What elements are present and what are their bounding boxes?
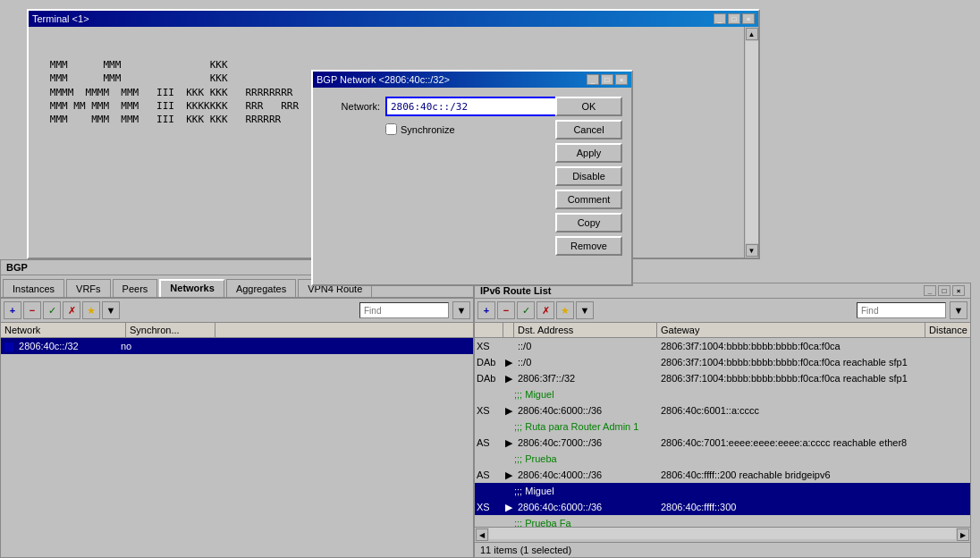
network-input[interactable] bbox=[385, 97, 564, 116]
remove-button[interactable]: Remove bbox=[555, 236, 622, 256]
ipv6-filter-button[interactable]: ▼ bbox=[576, 301, 594, 319]
ipv6-x-button[interactable]: ✗ bbox=[536, 301, 554, 319]
scroll-down-arrow[interactable]: ▼ bbox=[746, 244, 758, 257]
bgp-table-header: Network Synchron... bbox=[1, 323, 473, 338]
ipv6-table-body: XS ::/0 2806:3f7:1004:bbbb:bbbb:bbbb:f0c… bbox=[475, 338, 970, 527]
dialog-title: BGP Network <2806:40c::/32> bbox=[317, 74, 450, 85]
comment-button[interactable]: Comment bbox=[555, 190, 622, 209]
terminal-titlebar-buttons: _ □ × bbox=[714, 13, 755, 24]
filter-button[interactable]: ▼ bbox=[102, 301, 120, 319]
hscroll-track bbox=[489, 528, 956, 539]
ipv6-status-bar: 11 items (1 selected) bbox=[475, 542, 970, 557]
find-input[interactable] bbox=[359, 302, 449, 318]
find-dropdown[interactable]: ▼ bbox=[452, 301, 470, 319]
minimize-button[interactable]: _ bbox=[714, 13, 726, 24]
tab-vrfs[interactable]: VRFs bbox=[66, 279, 111, 297]
ipv6-table-header-fixed: Dst. Address Gateway Distance bbox=[475, 323, 970, 338]
ipv6-row[interactable]: XS ▶ 2806:40c:6000::/36 2806:40c:6001::a… bbox=[475, 402, 970, 418]
svg-rect-0 bbox=[4, 342, 13, 351]
header-gateway-col: Gateway bbox=[657, 323, 925, 337]
ipv6-check-button[interactable]: ✓ bbox=[517, 301, 535, 319]
ipv6-row[interactable]: AS ▶ 2806:40c:4000::/36 2806:40c:ffff::2… bbox=[475, 467, 970, 483]
header-synchron: Synchron... bbox=[126, 323, 215, 337]
disable-button[interactable]: Disable bbox=[555, 166, 622, 186]
bgp-table-body: 2806:40c::/32 no bbox=[1, 338, 473, 537]
copy-button[interactable]: Copy bbox=[555, 213, 622, 232]
bgp-network-dialog: BGP Network <2806:40c::/32> _ □ × Networ… bbox=[311, 70, 633, 286]
network-cell: 2806:40c::/32 bbox=[1, 340, 117, 352]
ipv6-row[interactable]: DAb ▶ 2806:3f7::/32 2806:3f7:1004:bbbb:b… bbox=[475, 370, 970, 386]
tab-peers[interactable]: Peers bbox=[113, 279, 158, 297]
ipv6-add-button[interactable]: + bbox=[477, 301, 495, 319]
ipv6-find-input[interactable] bbox=[857, 302, 946, 318]
scroll-right-arrow[interactable]: ▶ bbox=[957, 528, 969, 541]
tab-networks[interactable]: Networks bbox=[159, 279, 224, 297]
ipv6-close[interactable]: × bbox=[952, 285, 965, 296]
ipv6-row[interactable]: DAb ▶ ::/0 2806:3f7:1004:bbbb:bbbb:bbbb:… bbox=[475, 354, 970, 370]
dialog-body: Network: Synchronize OK Cancel Apply Dis… bbox=[313, 88, 631, 284]
ipv6-remove-button[interactable]: − bbox=[497, 301, 515, 319]
table-row[interactable]: 2806:40c::/32 no bbox=[1, 338, 473, 354]
ipv6-row[interactable]: AS ▶ 2806:40c:7000::/36 2806:40c:7001:ee… bbox=[475, 435, 970, 451]
ipv6-row[interactable]: XS ::/0 2806:3f7:1004:bbbb:bbbb:bbbb:f0c… bbox=[475, 338, 970, 354]
maximize-button[interactable]: □ bbox=[728, 13, 740, 24]
dialog-minimize-button[interactable]: _ bbox=[587, 74, 599, 85]
check-button[interactable]: ✓ bbox=[43, 301, 61, 319]
bgp-toolbar: + − ✓ ✗ ★ ▼ ▼ bbox=[1, 299, 473, 323]
ok-button[interactable]: OK bbox=[555, 97, 622, 116]
terminal-title: Terminal <1> bbox=[32, 13, 89, 24]
header-arrow bbox=[503, 323, 514, 337]
ipv6-maximize[interactable]: □ bbox=[938, 285, 950, 296]
header-type bbox=[475, 323, 503, 337]
star-button[interactable]: ★ bbox=[82, 301, 100, 319]
dialog-maximize-button[interactable]: □ bbox=[601, 74, 613, 85]
ipv6-status-text: 11 items (1 selected) bbox=[480, 545, 571, 555]
ipv6-find-dropdown[interactable]: ▼ bbox=[950, 301, 967, 319]
bgp-panel: BGP Instances VRFs Peers Networks Aggreg… bbox=[0, 259, 474, 558]
x-button[interactable]: ✗ bbox=[63, 301, 80, 319]
ipv6-comment-row: ;;; Prueba bbox=[475, 451, 970, 467]
network-label: Network: bbox=[322, 101, 380, 112]
remove-button[interactable]: − bbox=[23, 301, 41, 319]
synchronize-checkbox[interactable] bbox=[385, 123, 397, 135]
sync-cell: no bbox=[117, 340, 189, 352]
scroll-track bbox=[746, 41, 758, 243]
header-dst-address: Dst. Address bbox=[514, 323, 657, 337]
dialog-titlebar-buttons: _ □ × bbox=[587, 74, 628, 85]
synchronize-label: Synchronize bbox=[401, 124, 455, 135]
scroll-left-arrow[interactable]: ◀ bbox=[476, 528, 488, 541]
scroll-up-arrow[interactable]: ▲ bbox=[746, 28, 758, 40]
ipv6-comment-row-selected: ;;; Miguel bbox=[475, 483, 970, 499]
apply-button[interactable]: Apply bbox=[555, 143, 622, 163]
ipv6-comment-row: ;;; Miguel bbox=[475, 386, 970, 402]
ipv6-toolbar: + − ✓ ✗ ★ ▼ ▼ bbox=[475, 299, 970, 323]
dialog-close-button[interactable]: × bbox=[615, 74, 628, 85]
tab-instances[interactable]: Instances bbox=[3, 279, 64, 297]
header-distance-col: Distance bbox=[925, 323, 970, 337]
terminal-scrollbar: ▲ ▼ bbox=[744, 27, 758, 258]
ipv6-hscrollbar: ◀ ▶ bbox=[475, 527, 970, 539]
ipv6-comment-row: ;;; Prueba Fa bbox=[475, 515, 970, 527]
cancel-button[interactable]: Cancel bbox=[555, 120, 622, 140]
network-icon bbox=[4, 342, 13, 351]
ipv6-star-button[interactable]: ★ bbox=[556, 301, 574, 319]
dialog-titlebar: BGP Network <2806:40c::/32> _ □ × bbox=[313, 72, 631, 88]
ipv6-title: IPv6 Route List bbox=[480, 285, 551, 296]
add-button[interactable]: + bbox=[4, 301, 21, 319]
ipv6-minimize[interactable]: _ bbox=[924, 285, 936, 296]
ipv6-row-selected[interactable]: XS ▶ 2806:40c:6000::/36 2806:40c:ffff::3… bbox=[475, 499, 970, 515]
close-button[interactable]: × bbox=[742, 13, 755, 24]
ipv6-titlebar-buttons: _ □ × bbox=[924, 285, 965, 296]
ipv6-comment-row: ;;; Ruta para Router Admin 1 bbox=[475, 418, 970, 435]
dialog-buttons: OK Cancel Apply Disable Comment Copy Rem… bbox=[555, 97, 622, 256]
terminal-titlebar: Terminal <1> _ □ × bbox=[29, 11, 758, 27]
header-network: Network bbox=[1, 323, 126, 337]
ipv6-panel: IPv6 Route List _ □ × + − ✓ ✗ ★ ▼ ▼ Dst.… bbox=[474, 283, 971, 558]
tab-aggregates[interactable]: Aggregates bbox=[226, 279, 296, 297]
